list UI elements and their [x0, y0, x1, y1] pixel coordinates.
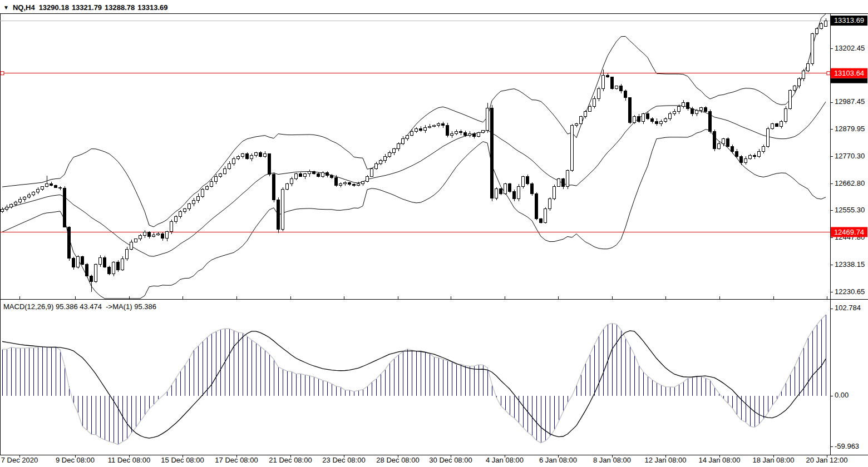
candle-body [144, 232, 146, 235]
time-axis[interactable]: 7 Dec 20209 Dec 08:0011 Dec 08:0015 Dec … [1, 296, 848, 464]
candle-body [807, 63, 810, 71]
candle-body [798, 78, 801, 86]
candle-body [517, 186, 520, 199]
candle-body [23, 197, 26, 200]
candle-body [81, 256, 84, 264]
candle-body [420, 129, 422, 131]
candle-body [379, 160, 382, 163]
candle-body [6, 207, 8, 210]
candles-series [1, 18, 827, 291]
candle-body [170, 221, 173, 231]
candle-body [10, 205, 13, 207]
candle-body [77, 256, 80, 267]
candle-body [157, 234, 160, 235]
candle-body [500, 189, 502, 194]
candle-body [313, 171, 315, 174]
candle-body [103, 257, 106, 267]
candle-body [148, 232, 151, 236]
candle-body [32, 192, 35, 195]
candle-body [384, 156, 387, 160]
time-tick-label: 8 Jan 08:00 [593, 456, 631, 464]
candle-body [589, 106, 591, 111]
candle-body [1, 210, 4, 212]
candle-body [59, 187, 62, 188]
candle-body [28, 195, 31, 197]
candle-body [758, 151, 761, 156]
candle-body [406, 135, 409, 138]
candle-body [486, 108, 489, 131]
time-tick-label: 23 Dec 08:00 [322, 456, 365, 464]
candle-body [353, 185, 356, 186]
candle-body [308, 171, 311, 174]
candle-body [344, 183, 347, 184]
candle-body [785, 109, 787, 122]
macd-signal-line [2, 331, 826, 438]
candle-body [696, 110, 698, 113]
candle-body [86, 265, 88, 276]
candle-body [491, 108, 494, 198]
macd-indicator-label: MACD(12,26,9) 95.386 43.474 ->MA(1) 95.3… [3, 302, 156, 311]
time-tick-label: 14 Jan 08:00 [698, 456, 740, 464]
candle-body [19, 200, 22, 202]
candle-body [687, 103, 689, 109]
candle-body [669, 114, 672, 119]
candle-body [264, 154, 267, 157]
candle-body [397, 144, 400, 149]
candle-body [575, 124, 578, 126]
candle-body [197, 196, 200, 200]
price-tick-label: 12770.30 [835, 152, 865, 160]
level-drag-handle[interactable] [1, 72, 4, 75]
candle-body [121, 259, 124, 270]
candle-body [201, 190, 204, 197]
candle-body [219, 174, 222, 177]
candle-body [727, 139, 729, 147]
candle-body [117, 262, 120, 270]
candle-body [468, 134, 471, 136]
candle-body [638, 116, 640, 121]
chart-canvas[interactable]: 13202.4512987.4512879.9512770.3012662.80… [0, 0, 868, 467]
macd-axis[interactable]: 102.7840.00-59.963 [830, 304, 861, 450]
candle-body [362, 181, 364, 184]
candle-body [495, 189, 498, 198]
candle-body [558, 179, 560, 187]
candle-body [277, 200, 280, 230]
candle-body [700, 108, 703, 111]
candle-body [250, 155, 253, 158]
candle-body [175, 216, 177, 221]
candle-body [540, 219, 542, 222]
candle-body [55, 186, 57, 187]
candle-body [237, 156, 240, 159]
candle-body [762, 146, 765, 151]
price-axis[interactable]: 13202.4512987.4512879.9512770.3012662.80… [830, 16, 867, 296]
time-tick-label: 28 Dec 08:00 [376, 456, 419, 464]
candle-body [789, 90, 792, 108]
level-drag-handle[interactable] [827, 72, 830, 75]
macd-tick-label: 0.00 [835, 391, 849, 399]
candle-body [184, 209, 186, 212]
candle-body [259, 153, 262, 156]
candle-body [282, 190, 284, 230]
candle-body [509, 184, 511, 192]
candle-body [46, 184, 48, 187]
candle-body [99, 257, 102, 265]
candle-body [90, 276, 93, 281]
candle-body [513, 191, 516, 199]
candle-body [744, 159, 747, 163]
candle-body [678, 106, 680, 111]
candle-body [802, 71, 805, 79]
candle-body [50, 184, 53, 186]
candle-body [593, 98, 596, 106]
candle-body [317, 174, 320, 177]
candle-body [526, 176, 529, 184]
candle-body [544, 209, 547, 222]
candle-body [820, 23, 823, 28]
candle-body [433, 125, 436, 126]
time-tick-label: 9 Dec 08:00 [56, 456, 95, 464]
candle-body [108, 267, 111, 274]
candle-body [682, 103, 685, 106]
candle-body [206, 186, 209, 189]
price-tick-label: 12555.30 [835, 206, 865, 214]
candle-body [193, 200, 195, 203]
macd-tick-label: -59.963 [835, 442, 859, 450]
candle-body [767, 129, 770, 147]
